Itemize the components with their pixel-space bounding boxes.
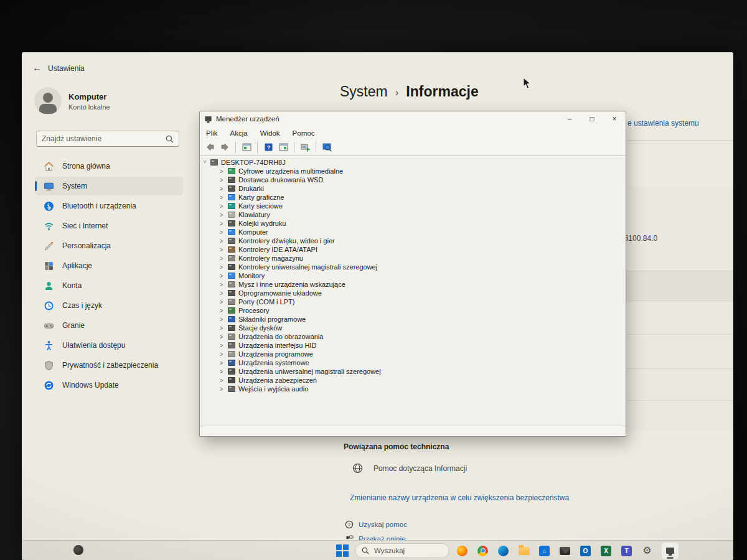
tree-chevron-icon[interactable]: > <box>220 272 225 280</box>
device-tree-row[interactable]: >Cyfrowe urządzenia multimedialne <box>220 167 343 175</box>
tree-chevron-icon[interactable]: > <box>220 281 225 289</box>
tree-chevron-icon[interactable]: > <box>220 194 225 202</box>
menu-widok[interactable]: Widok <box>260 129 280 137</box>
edge-icon[interactable] <box>497 545 509 557</box>
forward-icon[interactable] <box>218 141 231 154</box>
tree-chevron-icon[interactable]: > <box>220 307 225 315</box>
device-tree-root[interactable]: >DESKTOP-74DRH8J <box>202 158 286 167</box>
tree-chevron-icon[interactable]: > <box>220 254 225 263</box>
device-tree-row[interactable]: >Urządzenia zabezpieczeń <box>220 376 317 385</box>
excel-icon[interactable]: X <box>600 545 612 557</box>
store-icon[interactable]: ⌂ <box>538 545 550 557</box>
sidebar-item-granie[interactable]: Granie <box>35 316 183 335</box>
taskbar-search[interactable]: Wyszukaj <box>355 543 449 558</box>
sidebar-item-aplikacje[interactable]: Aplikacje <box>35 256 183 275</box>
chrome-icon[interactable] <box>477 545 489 557</box>
device-tree-row[interactable]: >Stacje dysków <box>220 324 282 332</box>
tree-chevron-icon[interactable]: > <box>220 350 225 358</box>
get-help-link[interactable]: Uzyskaj pomoc <box>359 521 407 528</box>
properties-icon[interactable] <box>277 141 289 154</box>
firefox-icon[interactable] <box>456 545 468 557</box>
minimize-button[interactable]: – <box>558 111 581 126</box>
mail-icon[interactable] <box>559 545 571 557</box>
file-explorer-icon[interactable] <box>518 545 530 557</box>
sidebar-item-windows-update[interactable]: Windows Update <box>35 376 183 394</box>
teams-icon[interactable]: T <box>621 545 632 557</box>
get-help-row[interactable]: ? Uzyskaj pomoc <box>345 520 407 529</box>
breadcrumb-system[interactable]: System <box>340 83 388 100</box>
device-tree-row[interactable]: >Urządzenia do obrazowania <box>220 332 323 341</box>
device-tree-row[interactable]: >Wejścia i wyjścia audio <box>220 385 308 393</box>
tree-chevron-icon[interactable]: > <box>220 228 225 236</box>
device-tree-row[interactable]: >Kontrolery uniwersalnej magistrali szer… <box>220 263 377 271</box>
help-icon[interactable]: ? <box>262 141 275 154</box>
sidebar-item-bluetooth-i-urz-dzenia[interactable]: Bluetooth i urządzenia <box>35 197 183 215</box>
device-tree-row[interactable]: >Kontrolery magazynu <box>220 254 303 263</box>
tree-chevron-icon[interactable]: > <box>220 298 225 306</box>
device-tree-row[interactable]: >Urządzenia systemowe <box>220 358 309 367</box>
tree-chevron-icon[interactable]: > <box>220 368 225 376</box>
search-input[interactable]: Znajdź ustawienie <box>36 131 179 147</box>
tree-chevron-icon[interactable]: > <box>220 359 225 367</box>
back-icon[interactable] <box>204 141 216 154</box>
outlook-icon[interactable]: O <box>580 545 591 557</box>
device-tree-row[interactable]: >Karty graficzne <box>220 193 284 202</box>
scan-hardware-icon[interactable] <box>299 141 311 154</box>
rename-device-link[interactable]: Zmienianie nazwy urządzenia w celu zwięk… <box>350 493 569 502</box>
menu-plik[interactable]: Plik <box>206 129 218 137</box>
tree-chevron-icon[interactable]: > <box>220 220 225 228</box>
tree-chevron-icon[interactable]: > <box>220 237 225 245</box>
device-tree-row[interactable]: >Kontrolery IDE ATA/ATAPI <box>220 245 317 254</box>
maximize-button[interactable]: □ <box>581 111 603 126</box>
device-tree-row[interactable]: >Dostawca drukowania WSD <box>220 175 323 184</box>
device-tree-row[interactable]: >Procesory <box>220 306 270 315</box>
sidebar-item-konta[interactable]: Konta <box>35 276 183 295</box>
avatar[interactable] <box>34 87 62 114</box>
tree-chevron-icon[interactable]: > <box>220 176 225 184</box>
sidebar-item-sie-i-internet[interactable]: Sieć i Internet <box>35 217 183 235</box>
tree-chevron-icon[interactable]: > <box>220 185 225 193</box>
sidebar-item-system[interactable]: System <box>35 177 183 195</box>
device-tree-row[interactable]: >Klawiatury <box>220 210 270 219</box>
menu-akcja[interactable]: Akcja <box>230 129 248 137</box>
help-topic-row[interactable]: Pomoc dotycząca Informacji <box>352 463 467 474</box>
sidebar-item-personalizacja[interactable]: Personalizacja <box>35 236 183 255</box>
advanced-system-settings-link[interactable]: e ustawienia systemu <box>627 119 699 128</box>
device-tree-row[interactable]: >Urządzenia interfejsu HID <box>220 341 316 350</box>
tree-chevron-icon[interactable]: > <box>220 211 225 219</box>
start-button[interactable] <box>336 544 349 557</box>
menu-pomoc[interactable]: Pomoc <box>293 129 315 137</box>
tree-chevron-icon[interactable]: > <box>220 342 225 350</box>
tree-chevron-icon[interactable]: > <box>220 376 225 385</box>
device-tree-row[interactable]: >Urządzenia programowe <box>220 350 313 358</box>
close-button[interactable]: × <box>603 111 626 126</box>
device-tree-row[interactable]: >Karty sieciowe <box>220 202 283 210</box>
device-tree-row[interactable]: >Monitory <box>220 271 265 280</box>
sidebar-item-czas-i-j-zyk[interactable]: Czas i język <box>35 296 183 315</box>
device-tree-row[interactable]: >Oprogramowanie układowe <box>220 289 322 297</box>
back-icon[interactable]: ← <box>32 62 42 73</box>
search-devices-icon[interactable] <box>321 141 333 154</box>
sidebar-item-strona-g-wna[interactable]: Strona główna <box>35 157 183 175</box>
tree-chevron-icon[interactable]: > <box>220 324 225 332</box>
sidebar-item-prywatno-i-zabezpieczenia[interactable]: Prywatność i zabezpieczenia <box>35 356 183 375</box>
tree-chevron-icon[interactable]: > <box>220 202 225 210</box>
tree-chevron-icon[interactable]: > <box>220 167 225 175</box>
device-tree-row[interactable]: >Składniki programowe <box>220 315 306 324</box>
device-tree-row[interactable]: >Drukarki <box>220 184 264 193</box>
device-tree-row[interactable]: >Mysz i inne urządzenia wskazujące <box>220 280 345 289</box>
device-manager-titlebar[interactable]: Menedżer urządzeń – □ × <box>200 111 626 126</box>
device-tree-row[interactable]: >Urządzenia uniwersalnej magistrali szer… <box>220 367 381 376</box>
device-tree-row[interactable]: >Porty (COM i LPT) <box>220 297 294 306</box>
device-manager-taskbar-icon[interactable] <box>662 543 679 559</box>
console-tree-icon[interactable] <box>240 141 253 154</box>
tree-chevron-icon[interactable]: > <box>220 333 225 341</box>
tree-chevron-icon[interactable]: > <box>220 385 225 393</box>
sidebar-item-u-atwienia-dost-pu[interactable]: Ułatwienia dostępu <box>35 336 183 355</box>
tree-chevron-icon[interactable]: > <box>220 289 225 297</box>
tree-chevron-icon[interactable]: > <box>220 315 225 324</box>
device-tree-row[interactable]: >Kolejki wydruku <box>220 219 286 228</box>
tree-chevron-icon[interactable]: > <box>202 160 208 165</box>
tree-chevron-icon[interactable]: > <box>220 263 225 271</box>
device-tree-row[interactable]: >Kontrolery dźwięku, wideo i gier <box>220 236 335 245</box>
